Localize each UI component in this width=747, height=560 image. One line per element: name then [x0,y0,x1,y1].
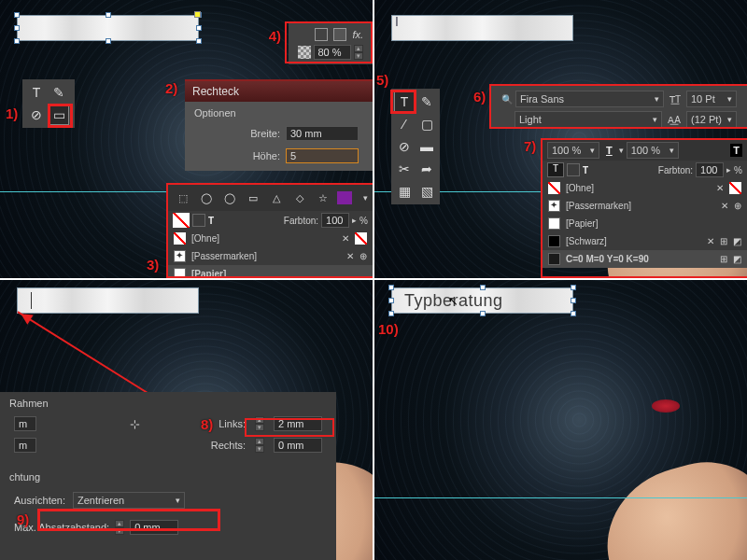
scissors-icon[interactable]: ✂ [394,159,415,179]
ausrichten-dropdown[interactable]: Zentrieren [73,492,185,509]
redbox-7 [541,138,747,278]
hoehe-label: Höhe: [253,150,280,161]
marker-5: 5) [376,72,388,88]
type-tool-icon[interactable]: T [26,82,47,103]
redbox-3 [166,183,373,278]
grad-icon[interactable]: ▦ [394,181,415,202]
hoehe-field[interactable]: 5 [286,148,359,163]
redbox-6 [489,84,747,129]
redbox-1 [48,104,73,128]
text-frame-q3[interactable] [17,287,199,314]
redbox-8 [245,418,334,437]
chain-icon[interactable]: ➦ [416,159,437,179]
marker-10: 10) [378,321,399,337]
dialog-title: Rechteck [185,81,373,102]
optionen-label: Optionen [194,107,363,119]
marker-4: 4) [269,28,281,44]
marker-1: 1) [6,105,18,121]
chtung-label: chtung [9,471,327,483]
pencil-tool-icon[interactable]: ✎ [416,91,437,112]
rechts-field[interactable]: 0 mm [274,438,322,453]
fill-tool-icon[interactable]: ▬ [416,136,437,157]
inset-tl[interactable]: m [14,416,36,431]
rechts-label: Rechts: [211,440,246,451]
rechteck-dialog: Rechteck Optionen Breite: 30 mm Höhe: 5 [185,79,373,171]
ausrichten-label: Ausrichten: [14,495,65,506]
breite-label: Breite: [250,128,280,139]
pencil-tool-icon[interactable]: ✎ [49,82,69,103]
rahmen-label: Rahmen [9,398,327,409]
none-tool-icon[interactable]: ⊘ [26,105,47,125]
marker-2: 2) [165,80,177,96]
inset-bl[interactable]: m [14,438,36,453]
redbox-4 [285,21,373,63]
redbox-9 [37,509,220,531]
marker-3: 3) [147,257,159,273]
breite-field[interactable]: 30 mm [286,126,359,141]
selected-rectangle[interactable] [17,15,199,41]
redbox-5 [390,90,416,114]
marker-6: 6) [473,89,486,105]
text-frame-q4[interactable]: Typberatung ↖ [391,287,573,314]
marker-9: 9) [17,511,29,527]
links-label: Links: [218,418,246,429]
text-frame[interactable]: I [391,15,573,41]
none-tool-icon[interactable]: ⊘ [394,136,415,157]
rect-tool-icon[interactable]: ▢ [416,114,437,134]
marker-8: 8) [201,416,213,432]
marker-7: 7) [524,138,536,154]
eyedrop-icon[interactable]: ⁄ [394,114,415,134]
text-frame-options: Rahmen m ⊹ Links: ▴▾ 2 mm m Rechts: ▴▾ 0… [0,392,336,560]
paint-icon[interactable]: ▧ [416,181,437,202]
